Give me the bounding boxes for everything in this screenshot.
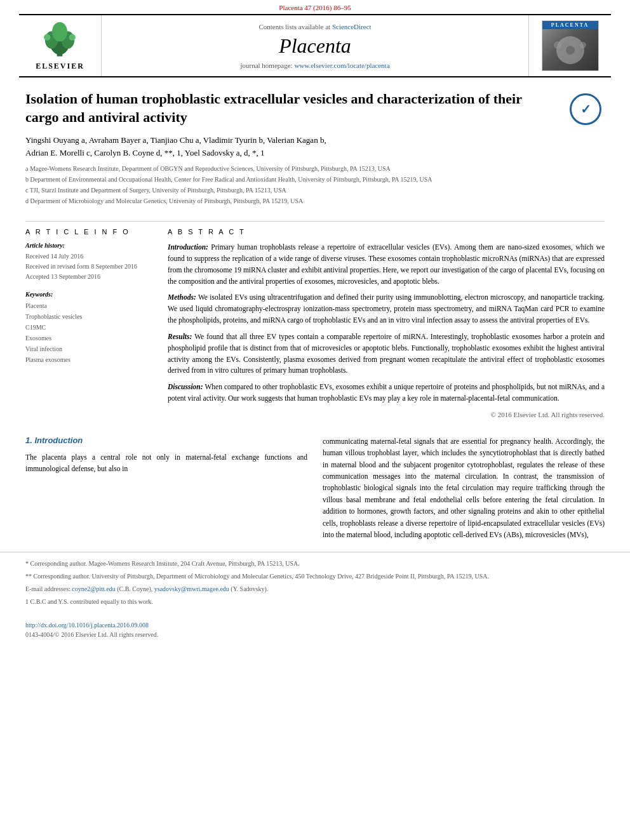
article-title-section: Isolation of human trophoblastic extrace…	[0, 77, 630, 215]
svg-point-6	[69, 34, 76, 40]
intro-paragraph-2: communicating maternal-fetal signals tha…	[323, 436, 605, 541]
keywords-label: Keywords:	[25, 291, 152, 298]
received-date: Received 14 July 2016 Received in revise…	[25, 251, 152, 282]
header-divider	[25, 221, 605, 222]
intro-label: Introduction:	[168, 243, 208, 251]
received-text: Received 14 July 2016	[25, 251, 152, 262]
authors-line1: Yingshi Ouyang a, Avraham Bayer a, Tianj…	[25, 134, 605, 159]
email-link-sadovsky[interactable]: ysadovsky@mwri.magee.edu	[154, 585, 229, 592]
issn-line: 0143-4004/© 2016 Elsevier Ltd. All right…	[25, 631, 605, 638]
abstract-copyright: © 2016 Elsevier Ltd. All rights reserved…	[168, 410, 605, 420]
info-abstract-columns: A R T I C L E I N F O Article history: R…	[0, 228, 630, 420]
crossmark-icon: ✓	[570, 93, 601, 125]
keyword-viral: Viral infection	[25, 343, 152, 354]
journal-homepage: journal homepage: www.elsevier.com/locat…	[240, 62, 389, 69]
affiliations: a Magee-Womens Research Institute, Depar…	[25, 164, 605, 206]
elsevier-label: ELSEVIER	[36, 62, 84, 71]
keywords-block: Keywords: Placenta Trophoblastic vesicle…	[25, 291, 152, 365]
methods-text: We isolated EVs using ultracentrifugatio…	[168, 293, 605, 324]
abstract-header: A B S T R A C T	[168, 228, 605, 236]
intro-section-title: 1. Introduction	[25, 436, 307, 445]
affiliation-c: c TJI, Starzl Institute and Department o…	[25, 185, 605, 195]
crossmark-badge[interactable]: ✓	[566, 90, 605, 128]
doi-link[interactable]: http://dx.doi.org/10.1016/j.placenta.201…	[25, 622, 149, 629]
journal-title: Placenta	[279, 34, 351, 58]
journal-center: Contents lists available at ScienceDirec…	[102, 15, 528, 76]
elsevier-tree-icon	[37, 21, 82, 59]
intro-number: 1.	[25, 436, 32, 445]
spacer	[0, 420, 630, 436]
results-text: We found that all three EV types contain…	[168, 333, 605, 374]
elsevier-logo: ELSEVIER	[36, 21, 84, 71]
footnote-corresponding-2: ** Corresponding author. University of P…	[25, 571, 605, 582]
page-wrapper: Placenta 47 (2016) 86–95 ELSEVIER	[0, 0, 630, 638]
science-direct-link: Contents lists available at ScienceDirec…	[258, 23, 371, 30]
crossmark-symbol: ✓	[580, 101, 591, 117]
affiliation-a: a Magee-Womens Research Institute, Depar…	[25, 164, 605, 173]
methods-label: Methods:	[168, 293, 196, 301]
results-label: Results:	[168, 333, 192, 340]
abstract-methods: Methods: We isolated EVs using ultracent…	[168, 292, 605, 326]
abstract-intro: Introduction: Primary human trophoblasts…	[168, 242, 605, 287]
affiliation-b: b Department of Environmental and Occupa…	[25, 175, 605, 184]
svg-point-5	[44, 34, 51, 40]
homepage-link[interactable]: www.elsevier.com/locate/placenta	[294, 62, 389, 69]
abstract-text: Introduction: Primary human trophoblasts…	[168, 242, 605, 420]
svg-point-4	[52, 22, 67, 41]
intro-body-columns: 1. Introduction The placenta plays a cen…	[0, 436, 630, 546]
accepted-text: Accepted 13 September 2016	[25, 272, 152, 282]
keyword-plasma: Plasma exosomes	[25, 354, 152, 365]
discussion-label: Discussion:	[168, 383, 203, 390]
keyword-c19mc: C19MC	[25, 322, 152, 333]
svg-point-9	[566, 46, 575, 55]
citation-text: Placenta 47 (2016) 86–95	[279, 4, 351, 11]
science-direct-anchor[interactable]: ScienceDirect	[332, 23, 372, 30]
article-info-header: A R T I C L E I N F O	[25, 228, 152, 236]
placenta-cover-label: PLACENTA	[542, 21, 598, 29]
journal-cover-section: PLACENTA	[528, 15, 611, 76]
abstract-column: A B S T R A C T Introduction: Primary hu…	[168, 228, 605, 420]
history-label: Article history:	[25, 242, 152, 249]
placenta-cover-image	[542, 29, 598, 70]
footnote-email: E-mail addresses: coyne2@pitt.edu (C.B. …	[25, 584, 605, 594]
intro-left-col: 1. Introduction The placenta plays a cen…	[25, 436, 307, 546]
footnote-corresponding-1: * Corresponding author. Magee-Womens Res…	[25, 559, 605, 569]
svg-point-10	[554, 41, 561, 49]
science-direct-text: Contents lists available at	[258, 23, 330, 30]
keyword-exosomes: Exosomes	[25, 333, 152, 343]
homepage-text: journal homepage:	[240, 62, 292, 69]
footnotes-section: * Corresponding author. Magee-Womens Res…	[0, 552, 630, 616]
footnote-equal-contrib: 1 C.B.C and Y.S. contributed equally to …	[25, 597, 605, 607]
keywords-list: Placenta Trophoblastic vesicles C19MC Ex…	[25, 300, 152, 365]
abstract-discussion: Discussion: When compared to other troph…	[168, 382, 605, 404]
intro-col1-text: The placenta plays a central role not on…	[25, 451, 307, 475]
article-title: Isolation of human trophoblastic extrace…	[25, 90, 605, 126]
article-history-block: Article history: Received 14 July 2016 R…	[25, 242, 152, 282]
article-info-column: A R T I C L E I N F O Article history: R…	[25, 228, 152, 420]
keyword-trophoblastic: Trophoblastic vesicles	[25, 311, 152, 322]
cover-illustration-icon	[545, 32, 596, 67]
email-link-coyne[interactable]: coyne2@pitt.edu	[72, 585, 115, 592]
article-title-text: Isolation of human trophoblastic extrace…	[25, 91, 522, 125]
journal-header: ELSEVIER Contents lists available at Sci…	[19, 14, 611, 77]
received-revised-text: Received in revised form 8 September 201…	[25, 262, 152, 272]
keyword-placenta: Placenta	[25, 300, 152, 311]
authors-text-1: Yingshi Ouyang a, Avraham Bayer a, Tianj…	[25, 135, 326, 145]
intro-right-col: communicating maternal-fetal signals tha…	[323, 436, 605, 546]
affiliation-d: d Department of Microbiology and Molecul…	[25, 196, 605, 206]
authors-text-2: Adrian E. Morelli c, Carolyn B. Coyne d,…	[25, 148, 265, 157]
intro-title-text: Introduction	[34, 436, 83, 445]
intro-text: Primary human trophoblasts release a rep…	[168, 243, 605, 284]
elsevier-logo-section: ELSEVIER	[19, 15, 102, 76]
journal-citation: Placenta 47 (2016) 86–95	[0, 0, 630, 14]
placenta-cover: PLACENTA	[542, 20, 599, 71]
discussion-text: When compared to other trophoblastic EVs…	[168, 383, 605, 402]
abstract-results: Results: We found that all three EV type…	[168, 331, 605, 377]
doi-section: http://dx.doi.org/10.1016/j.placenta.201…	[0, 616, 630, 638]
svg-point-11	[580, 42, 586, 48]
intro-col2-text: communicating maternal-fetal signals tha…	[323, 436, 605, 541]
intro-paragraph-1: The placenta plays a central role not on…	[25, 451, 307, 475]
